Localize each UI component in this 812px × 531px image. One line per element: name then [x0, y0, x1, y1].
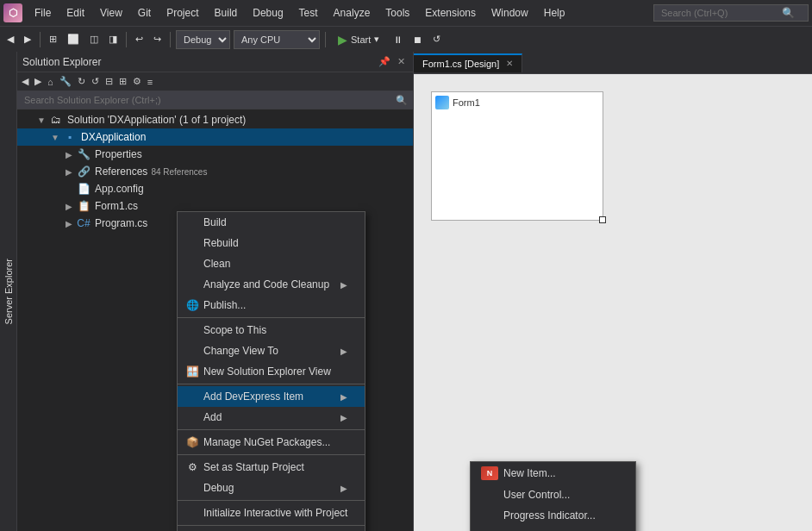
ctx-rebuild[interactable]: Rebuild [178, 233, 365, 253]
ctx-analyze[interactable]: Analyze and Code Cleanup ▶ [178, 274, 365, 295]
ctx-build[interactable]: Build [178, 212, 365, 233]
ctx-interactive-label: Initialize Interactive with Project [203, 507, 347, 519]
redo-button[interactable]: ↪ [150, 32, 165, 47]
menu-edit[interactable]: Edit [59, 3, 91, 22]
project-label: DXApplication [81, 131, 146, 143]
server-explorer-label[interactable]: Server Explorer [2, 250, 16, 333]
ctx-add-devexpress[interactable]: Add DevExpress Item ▶ [178, 386, 365, 407]
tree-appconfig[interactable]: 📄 App.config [17, 180, 413, 197]
se-home-btn[interactable]: ⌂ [45, 75, 56, 89]
se-collapse-btn[interactable]: ⊟ [103, 74, 116, 89]
menu-project[interactable]: Project [159, 3, 205, 22]
ctx-new-se-view[interactable]: 🪟 New Solution Explorer View [178, 361, 365, 382]
toolbar-btn-4[interactable]: ◨ [105, 32, 121, 47]
platform-dropdown[interactable]: Any CPU [234, 30, 320, 49]
toolbar-btn-1[interactable]: ⊞ [46, 32, 60, 47]
project-icon: ▪ [62, 130, 78, 144]
se-forward-btn[interactable]: ▶ [32, 74, 44, 89]
resize-handle[interactable] [599, 216, 606, 223]
window-icon: 🪟 [184, 365, 200, 378]
start-button[interactable]: ▶ Start ▾ [331, 31, 386, 48]
global-search-input[interactable] [661, 8, 782, 18]
menu-tools[interactable]: Tools [378, 3, 416, 22]
toolbar-btn-3[interactable]: ◫ [86, 32, 102, 47]
ctx-change-view-label: Change View To [203, 345, 278, 357]
ctx-change-view[interactable]: Change View To ▶ [178, 340, 365, 361]
pause-button[interactable]: ⏸ [390, 33, 406, 47]
ctx-startup-label: Set as Startup Project [203, 461, 304, 473]
menu-window[interactable]: Window [484, 3, 535, 22]
se-settings-btn[interactable]: ⚙ [130, 74, 144, 89]
ctx-interactive[interactable]: Initialize Interactive with Project [178, 503, 365, 523]
menu-debug[interactable]: Debug [246, 3, 290, 22]
menu-analyze[interactable]: Analyze [327, 3, 378, 22]
se-search-icon: 🔍 [396, 95, 408, 106]
config-dropdown[interactable]: Debug [176, 30, 230, 49]
restart-button[interactable]: ↺ [429, 32, 444, 47]
ctx-scope[interactable]: Scope to This [178, 320, 365, 340]
ctx-change-view-arrow: ▶ [340, 347, 347, 356]
properties-icon: 🔧 [76, 147, 91, 161]
tab-form1-design-label: Form1.cs [Design] [422, 59, 499, 69]
form1-arrow-icon: ▶ [62, 202, 76, 211]
tree-solution[interactable]: ▼ 🗂 Solution 'DXApplication' (1 of 1 pro… [17, 111, 413, 128]
sub-ctx-progress[interactable]: Progress Indicator... [471, 505, 635, 526]
menu-build[interactable]: Build [208, 3, 245, 22]
menu-view[interactable]: View [93, 3, 129, 22]
toolbar-separator-1 [40, 32, 41, 47]
ctx-add-dx-label: Add DevExpress Item [203, 390, 303, 403]
se-refresh-btn[interactable]: ↻ [75, 74, 88, 89]
program-icon: C# [76, 216, 91, 230]
se-refresh2-btn[interactable]: ↺ [89, 74, 102, 89]
se-back-btn[interactable]: ◀ [19, 74, 31, 89]
server-explorer-tab[interactable]: Server Explorer [0, 52, 17, 531]
tree-project[interactable]: ▼ ▪ DXApplication [17, 128, 413, 146]
ctx-debug-arrow: ▶ [340, 484, 347, 493]
menu-help[interactable]: Help [537, 3, 572, 22]
ctx-add[interactable]: Add ▶ [178, 407, 365, 428]
sub-ctx-new-item[interactable]: N New Item... [471, 462, 635, 484]
menu-test[interactable]: Test [292, 3, 325, 22]
se-close-icon[interactable]: ✕ [395, 55, 408, 68]
ctx-analyze-label: Analyze and Code Cleanup [203, 278, 329, 290]
ctx-startup[interactable]: ⚙ Set as Startup Project [178, 457, 365, 478]
toolbar-btn-2[interactable]: ⬜ [64, 32, 83, 47]
menu-git[interactable]: Git [131, 3, 158, 22]
sub-ctx-report[interactable]: Report... [471, 526, 635, 531]
forward-button[interactable]: ▶ [21, 32, 34, 47]
ctx-clean[interactable]: Clean [178, 253, 365, 274]
ctx-cut[interactable]: ✂ Cut Ctrl+X [178, 528, 365, 531]
tab-close-icon[interactable]: ✕ [506, 59, 513, 68]
sub-ctx-user-control-label: User Control... [503, 489, 570, 501]
tree-references[interactable]: ▶ 🔗 References 84 References [17, 163, 413, 180]
tree-properties[interactable]: ▶ 🔧 Properties [17, 146, 413, 163]
se-filter-btn[interactable]: ⊞ [116, 74, 129, 89]
ctx-debug-label: Debug [203, 482, 234, 494]
toolbar-separator-3 [170, 32, 171, 47]
se-search-input[interactable] [22, 93, 396, 107]
ctx-sep-1 [178, 317, 365, 318]
se-props-btn[interactable]: 🔧 [57, 74, 74, 89]
start-label: Start [351, 34, 371, 45]
sub-ctx-user-control[interactable]: User Control... [471, 484, 635, 505]
ctx-nuget[interactable]: 📦 Manage NuGet Packages... [178, 432, 365, 453]
se-pin-icon[interactable]: 📌 [376, 55, 393, 68]
menu-file[interactable]: File [28, 3, 58, 22]
startup-gear-icon: ⚙ [184, 461, 200, 473]
form1-icon: 📋 [76, 199, 91, 213]
ctx-add-label: Add [203, 411, 222, 423]
ctx-debug[interactable]: Debug ▶ [178, 478, 365, 498]
undo-button[interactable]: ↩ [132, 32, 147, 47]
stop-button[interactable]: ⏹ [409, 33, 426, 47]
menu-extensions[interactable]: Extensions [418, 3, 483, 22]
ctx-new-se-view-label: New Solution Explorer View [203, 365, 331, 378]
tab-form1-design[interactable]: Form1.cs [Design] ✕ [414, 53, 522, 72]
se-view-btn[interactable]: ≡ [145, 75, 155, 89]
back-button[interactable]: ◀ [3, 32, 17, 47]
toolbar: ◀ ▶ ⊞ ⬜ ◫ ◨ ↩ ↪ Debug Any CPU ▶ Start ▾ … [0, 26, 812, 52]
ctx-publish[interactable]: 🌐 Publish... [178, 295, 365, 315]
se-header-icons: 📌 ✕ [376, 55, 408, 68]
globe-icon: 🌐 [184, 299, 200, 311]
vs-logo: ⬡ [3, 3, 22, 22]
appconfig-icon: 📄 [76, 182, 91, 196]
